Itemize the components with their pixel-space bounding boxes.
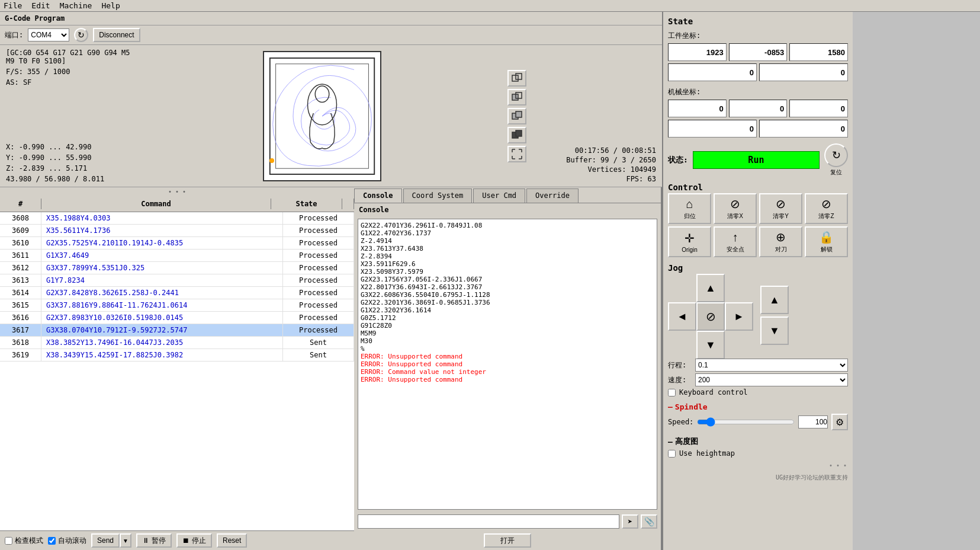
pause-button[interactable]: ⏸暂停 (136, 533, 172, 548)
menu-file[interactable]: File (4, 1, 22, 10)
fps-display: FPS: 63 (626, 175, 656, 183)
fit-view-btn[interactable] (507, 146, 526, 162)
menu-edit[interactable]: Edit (31, 1, 50, 10)
table-row[interactable]: 3618 X38.3852Y13.7496I-16.0447J3.2035 Se… (0, 337, 354, 349)
table-row[interactable]: 3614 G2X37.8428Y8.3626I5.258J-0.2441 Pro… (0, 287, 354, 299)
machine-y-input[interactable] (729, 100, 788, 117)
speed-select[interactable]: 200 100 500 (695, 373, 848, 386)
spindle-speed-input[interactable] (798, 415, 828, 429)
reset-btn[interactable]: ↻ (824, 143, 848, 167)
table-row[interactable]: 3616 G2X37.8983Y10.0326I0.5198J0.0145 Pr… (0, 312, 354, 324)
view-btn-1[interactable] (507, 70, 526, 87)
table-scroll[interactable]: 3608 X35.1988Y4.0303 Processed 3609 X35.… (0, 212, 354, 530)
row-cmd: X35.1988Y4.0303 (41, 212, 283, 224)
control-title: Control (668, 183, 848, 192)
row-state: Sent (283, 337, 354, 348)
ctrl-btn-清零X[interactable]: ⊘清零X (714, 193, 757, 224)
row-num: 3609 (0, 225, 41, 236)
send-button[interactable]: Send (91, 533, 120, 548)
jog-center-btn[interactable]: ⊘ (696, 302, 725, 331)
machine-x-input[interactable] (668, 100, 727, 117)
table-row[interactable]: 3608 X35.1988Y4.0303 Processed (0, 212, 354, 225)
table-row[interactable]: 3617 G3X38.0704Y10.7912I-9.5927J2.5747 P… (0, 324, 354, 337)
work-y-input[interactable] (729, 43, 788, 61)
view-btn-4[interactable] (507, 127, 526, 143)
table-row[interactable]: 3613 G1Y7.8234 Processed (0, 274, 354, 287)
console-input[interactable] (358, 514, 619, 529)
ctrl-btn-对刀[interactable]: ⊕对刀 (759, 226, 802, 257)
table-row[interactable]: 3610 G2X35.7525Y4.2101I0.1914J-0.4835 Pr… (0, 237, 354, 250)
console-line: M30 (361, 337, 654, 345)
row-num: 3616 (0, 312, 41, 324)
menu-machine[interactable]: Machine (60, 1, 92, 10)
refresh-button[interactable]: ↻ (74, 28, 88, 42)
send-dropdown-btn[interactable]: ▼ (120, 533, 131, 548)
work-z-input[interactable] (789, 43, 848, 61)
row-num: 3614 (0, 287, 41, 299)
spindle-slider[interactable] (697, 417, 795, 427)
tab-user-cmd[interactable]: User Cmd (473, 188, 525, 203)
keyboard-control-checkbox[interactable] (668, 389, 676, 396)
console-line: G2X22.4701Y36.2961I-0.7849J1.08 (361, 222, 654, 229)
use-heightmap-checkbox[interactable] (668, 450, 676, 458)
jog-right-btn[interactable]: ► (725, 302, 753, 331)
bottom-dots: • • • (668, 461, 848, 470)
jog-down-btn[interactable]: ▼ (696, 331, 725, 359)
machine-coord-grid-2 (668, 120, 848, 138)
tab-coord-system[interactable]: Coord System (403, 188, 473, 203)
view-btn-3[interactable] (507, 108, 526, 124)
z-range: Z: -2.839 ... 5.171 (6, 164, 136, 172)
time-display: 00:17:56 / 00:08:51 (575, 146, 656, 155)
work-x-input[interactable] (668, 43, 727, 61)
stop-button[interactable]: ⏹停止 (176, 533, 212, 548)
tab-override[interactable]: Override (526, 188, 579, 203)
open-btn[interactable]: 打开 (484, 533, 531, 548)
disconnect-button[interactable]: Disconnect (93, 28, 140, 42)
jog-up-btn[interactable]: ▲ (696, 274, 725, 302)
spindle-gear-btn[interactable]: ⚙ (831, 414, 848, 430)
tab-console[interactable]: Console (354, 188, 402, 203)
use-heightmap-label: Use heightmap (679, 449, 735, 458)
svg-rect-13 (516, 130, 522, 136)
main-layout: G-Code Program 端口: COM4 ↻ Disconnect [GC… (0, 12, 980, 550)
check-mode-checkbox[interactable] (5, 537, 12, 545)
travel-select[interactable]: 0.1 1 10 (695, 359, 848, 372)
row-state: Processed (283, 324, 354, 336)
reset-button[interactable]: Reset (217, 533, 247, 548)
console-output[interactable]: G2X22.4701Y36.2961I-0.7849J1.08G1X22.470… (358, 219, 657, 510)
row-cmd: G1X37.4649 (41, 250, 283, 261)
ctrl-btn-解锁[interactable]: 🔒解锁 (805, 226, 848, 257)
attach-btn[interactable]: 📎 (641, 514, 657, 529)
work-a-input[interactable] (668, 63, 757, 81)
ctrl-btn-清零Z[interactable]: ⊘清零Z (805, 193, 848, 224)
work-b-input[interactable] (759, 63, 848, 81)
jog-left-btn[interactable]: ◄ (668, 302, 696, 331)
machine-b-input[interactable] (759, 120, 848, 138)
table-row[interactable]: 3611 G1X37.4649 Processed (0, 250, 354, 262)
ctrl-btn-Origin[interactable]: ✛Origin (668, 226, 711, 257)
console-line: ERROR: Unsupported command (361, 376, 654, 383)
table-row[interactable]: 3619 X38.3439Y15.4259I-17.8825J0.3982 Se… (0, 349, 354, 362)
menu-help[interactable]: Help (101, 1, 120, 10)
view-btn-2[interactable] (507, 89, 526, 105)
table-row[interactable]: 3609 X35.5611Y4.1736 Processed (0, 225, 354, 237)
machine-z-input[interactable] (789, 100, 848, 117)
reset-label: 复位 (830, 168, 842, 177)
jog-z-up-btn[interactable]: ▲ (760, 286, 789, 314)
toolbar: 端口: COM4 ↻ Disconnect (0, 25, 662, 45)
coord-line: 43.980 / 56.980 / 8.011 (6, 175, 136, 183)
row-state: Processed (283, 274, 354, 286)
ctrl-btn-安全点[interactable]: ↑安全点 (714, 226, 757, 257)
send-console-btn[interactable]: ➤ (622, 514, 638, 529)
table-row[interactable]: 3615 G3X37.8816Y9.8864I-11.7624J1.0614 P… (0, 299, 354, 312)
jog-z-down-btn[interactable]: ▼ (760, 316, 789, 345)
ctrl-btn-清零Y[interactable]: ⊘清零Y (759, 193, 802, 224)
svg-rect-8 (512, 94, 518, 100)
table-row[interactable]: 3612 G3X37.7899Y4.5351J0.325 Processed (0, 262, 354, 274)
ctrl-btn-归位[interactable]: ⌂归位 (668, 193, 711, 224)
machine-a-input[interactable] (668, 120, 757, 138)
svg-rect-6 (512, 75, 518, 81)
auto-scroll-checkbox[interactable] (48, 537, 56, 545)
work-coord-section: 工件坐标: (668, 31, 848, 84)
port-select[interactable]: COM4 (28, 28, 69, 41)
